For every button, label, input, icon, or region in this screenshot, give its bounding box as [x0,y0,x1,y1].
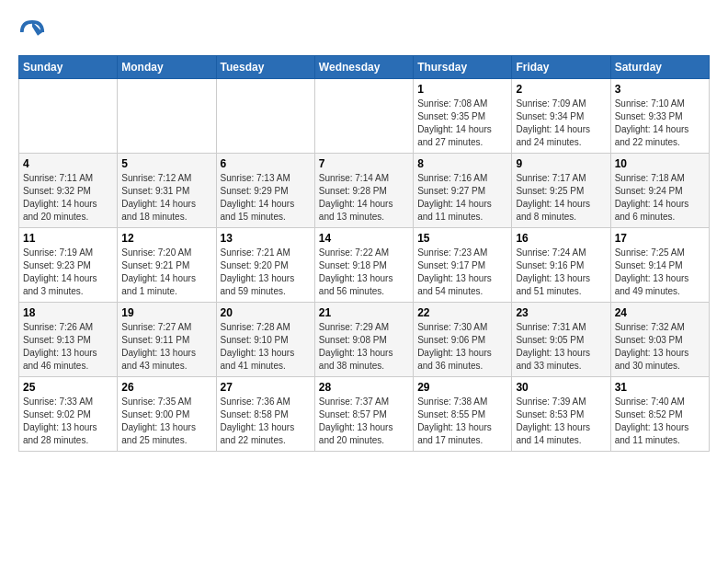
day-info: Sunrise: 7:27 AM Sunset: 9:11 PM Dayligh… [121,321,211,373]
day-number: 12 [121,232,211,245]
day-header-tuesday: Tuesday [216,56,314,79]
day-info: Sunrise: 7:20 AM Sunset: 9:21 PM Dayligh… [121,247,211,298]
day-number: 4 [23,157,113,170]
day-info: Sunrise: 7:36 AM Sunset: 8:58 PM Dayligh… [221,396,311,447]
day-number: 19 [121,306,211,319]
calendar-cell: 1Sunrise: 7:08 AM Sunset: 9:35 PM Daylig… [414,79,512,154]
day-info: Sunrise: 7:11 AM Sunset: 9:32 PM Dayligh… [23,172,113,224]
day-info: Sunrise: 7:10 AM Sunset: 9:33 PM Dayligh… [615,98,705,149]
calendar-cell: 23Sunrise: 7:31 AM Sunset: 9:05 PM Dayli… [512,303,610,377]
day-info: Sunrise: 7:30 AM Sunset: 9:06 PM Dayligh… [417,321,507,373]
day-info: Sunrise: 7:08 AM Sunset: 9:35 PM Dayligh… [417,98,507,149]
day-number: 13 [221,232,311,245]
calendar-cell: 15Sunrise: 7:23 AM Sunset: 9:17 PM Dayli… [414,228,512,303]
day-info: Sunrise: 7:17 AM Sunset: 9:25 PM Dayligh… [516,172,606,224]
day-number: 23 [516,306,606,319]
calendar-cell: 11Sunrise: 7:19 AM Sunset: 9:23 PM Dayli… [19,228,118,303]
calendar-cell: 4Sunrise: 7:11 AM Sunset: 9:32 PM Daylig… [19,154,118,228]
day-info: Sunrise: 7:13 AM Sunset: 9:29 PM Dayligh… [221,172,311,224]
calendar-cell: 9Sunrise: 7:17 AM Sunset: 9:25 PM Daylig… [512,154,610,228]
day-number: 20 [221,306,311,319]
day-header-friday: Friday [512,56,610,79]
day-info: Sunrise: 7:38 AM Sunset: 8:55 PM Dayligh… [417,396,507,447]
day-info: Sunrise: 7:33 AM Sunset: 9:02 PM Dayligh… [23,396,113,447]
day-info: Sunrise: 7:40 AM Sunset: 8:52 PM Dayligh… [615,396,705,447]
calendar-cell: 6Sunrise: 7:13 AM Sunset: 9:29 PM Daylig… [216,154,314,228]
calendar-cell: 14Sunrise: 7:22 AM Sunset: 9:18 PM Dayli… [314,228,413,303]
calendar-cell: 17Sunrise: 7:25 AM Sunset: 9:14 PM Dayli… [610,228,709,303]
calendar-cell: 13Sunrise: 7:21 AM Sunset: 9:20 PM Dayli… [216,228,314,303]
day-number: 10 [615,157,705,170]
calendar-week-row: 25Sunrise: 7:33 AM Sunset: 9:02 PM Dayli… [19,377,710,452]
day-number: 29 [417,381,507,394]
day-number: 31 [615,381,705,394]
calendar-cell: 5Sunrise: 7:12 AM Sunset: 9:31 PM Daylig… [118,154,216,228]
calendar-cell: 2Sunrise: 7:09 AM Sunset: 9:34 PM Daylig… [512,79,610,154]
day-number: 15 [417,232,507,245]
day-number: 3 [615,83,705,96]
day-info: Sunrise: 7:37 AM Sunset: 8:57 PM Dayligh… [319,396,409,447]
calendar-cell [216,79,314,154]
day-info: Sunrise: 7:35 AM Sunset: 9:00 PM Dayligh… [121,396,211,447]
calendar-cell: 26Sunrise: 7:35 AM Sunset: 9:00 PM Dayli… [118,377,216,452]
day-number: 28 [319,381,409,394]
calendar-table: SundayMondayTuesdayWednesdayThursdayFrid… [18,55,710,452]
day-number: 17 [615,232,705,245]
day-number: 21 [319,306,409,319]
logo [18,18,50,46]
calendar-header-row: SundayMondayTuesdayWednesdayThursdayFrid… [19,56,710,79]
calendar-cell: 28Sunrise: 7:37 AM Sunset: 8:57 PM Dayli… [314,377,413,452]
calendar-cell: 25Sunrise: 7:33 AM Sunset: 9:02 PM Dayli… [19,377,118,452]
calendar-cell: 21Sunrise: 7:29 AM Sunset: 9:08 PM Dayli… [314,303,413,377]
calendar-cell: 8Sunrise: 7:16 AM Sunset: 9:27 PM Daylig… [414,154,512,228]
calendar-cell: 10Sunrise: 7:18 AM Sunset: 9:24 PM Dayli… [610,154,709,228]
calendar-week-row: 11Sunrise: 7:19 AM Sunset: 9:23 PM Dayli… [19,228,710,303]
day-info: Sunrise: 7:23 AM Sunset: 9:17 PM Dayligh… [417,247,507,298]
day-header-sunday: Sunday [19,56,118,79]
calendar-cell: 22Sunrise: 7:30 AM Sunset: 9:06 PM Dayli… [414,303,512,377]
day-header-monday: Monday [118,56,216,79]
calendar-cell [118,79,216,154]
day-header-wednesday: Wednesday [314,56,413,79]
calendar-cell: 31Sunrise: 7:40 AM Sunset: 8:52 PM Dayli… [610,377,709,452]
day-info: Sunrise: 7:22 AM Sunset: 9:18 PM Dayligh… [319,247,409,298]
day-header-thursday: Thursday [414,56,512,79]
day-info: Sunrise: 7:25 AM Sunset: 9:14 PM Dayligh… [615,247,705,298]
day-info: Sunrise: 7:28 AM Sunset: 9:10 PM Dayligh… [221,321,311,373]
day-number: 18 [23,306,113,319]
day-number: 25 [23,381,113,394]
day-info: Sunrise: 7:31 AM Sunset: 9:05 PM Dayligh… [516,321,606,373]
calendar-cell: 30Sunrise: 7:39 AM Sunset: 8:53 PM Dayli… [512,377,610,452]
day-number: 5 [121,157,211,170]
day-info: Sunrise: 7:24 AM Sunset: 9:16 PM Dayligh… [516,247,606,298]
day-number: 14 [319,232,409,245]
calendar-week-row: 18Sunrise: 7:26 AM Sunset: 9:13 PM Dayli… [19,303,710,377]
day-number: 11 [23,232,113,245]
day-info: Sunrise: 7:32 AM Sunset: 9:03 PM Dayligh… [615,321,705,373]
day-number: 9 [516,157,606,170]
day-number: 2 [516,83,606,96]
page-header [18,18,710,46]
day-info: Sunrise: 7:09 AM Sunset: 9:34 PM Dayligh… [516,98,606,149]
calendar-cell: 24Sunrise: 7:32 AM Sunset: 9:03 PM Dayli… [610,303,709,377]
day-info: Sunrise: 7:21 AM Sunset: 9:20 PM Dayligh… [221,247,311,298]
day-number: 16 [516,232,606,245]
day-number: 1 [417,83,507,96]
calendar-cell [314,79,413,154]
day-info: Sunrise: 7:39 AM Sunset: 8:53 PM Dayligh… [516,396,606,447]
day-number: 7 [319,157,409,170]
day-number: 27 [221,381,311,394]
calendar-cell [19,79,118,154]
day-number: 26 [121,381,211,394]
day-info: Sunrise: 7:19 AM Sunset: 9:23 PM Dayligh… [23,247,113,298]
day-info: Sunrise: 7:16 AM Sunset: 9:27 PM Dayligh… [417,172,507,224]
calendar-cell: 19Sunrise: 7:27 AM Sunset: 9:11 PM Dayli… [118,303,216,377]
day-number: 6 [221,157,311,170]
day-info: Sunrise: 7:14 AM Sunset: 9:28 PM Dayligh… [319,172,409,224]
day-number: 24 [615,306,705,319]
day-info: Sunrise: 7:26 AM Sunset: 9:13 PM Dayligh… [23,321,113,373]
calendar-cell: 7Sunrise: 7:14 AM Sunset: 9:28 PM Daylig… [314,154,413,228]
calendar-week-row: 4Sunrise: 7:11 AM Sunset: 9:32 PM Daylig… [19,154,710,228]
day-info: Sunrise: 7:18 AM Sunset: 9:24 PM Dayligh… [615,172,705,224]
calendar-cell: 20Sunrise: 7:28 AM Sunset: 9:10 PM Dayli… [216,303,314,377]
